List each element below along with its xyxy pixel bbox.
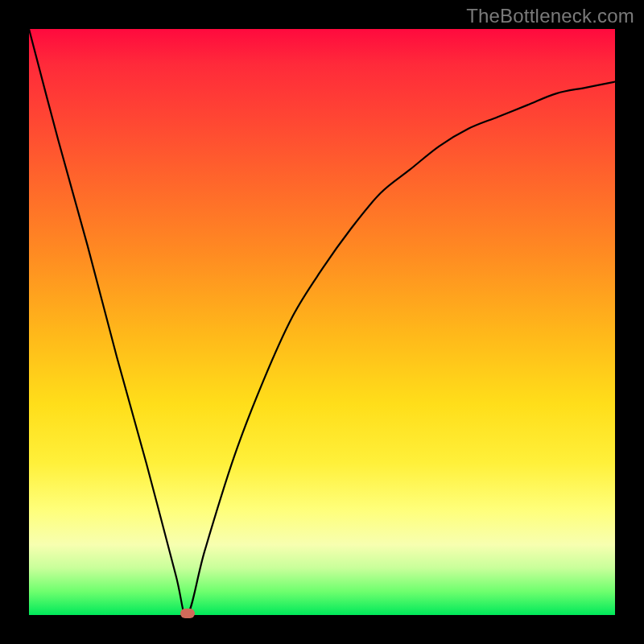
- optimal-point-marker: [180, 609, 195, 618]
- watermark-text: TheBottleneck.com: [466, 5, 634, 27]
- bottleneck-curve: [29, 29, 615, 615]
- plot-area: [29, 29, 615, 615]
- chart-frame: TheBottleneck.com: [0, 0, 644, 644]
